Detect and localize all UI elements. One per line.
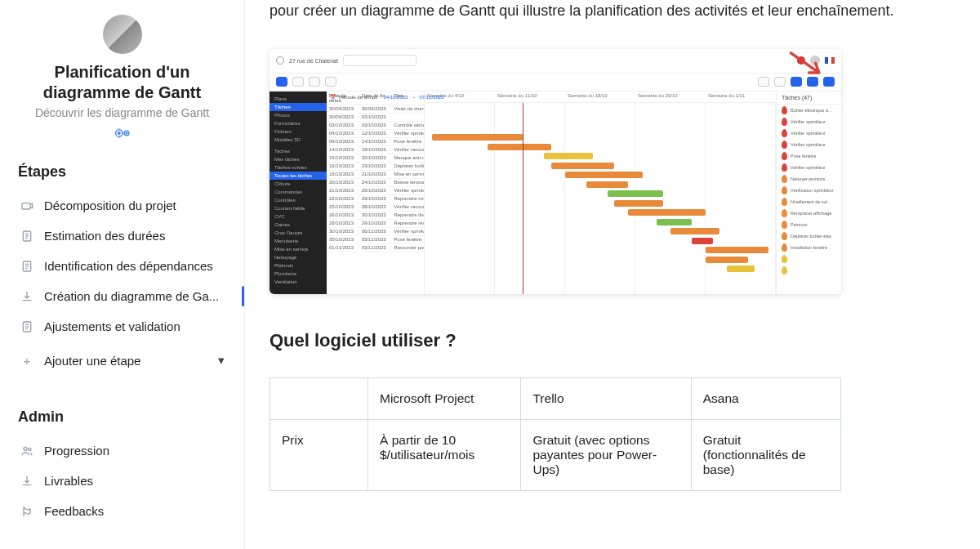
task-pin-row: Remplacer affichage xyxy=(777,208,841,219)
gantt-side-item: Commandes xyxy=(270,188,327,196)
lang-label xyxy=(825,57,835,64)
sidebar-step-3[interactable]: Création du diagramme de Ga... xyxy=(15,281,229,311)
task-pin-row: Pose fenêtre xyxy=(777,150,841,162)
task-pin-row: Boîtier électrique a... xyxy=(777,105,841,116)
admin-heading: Admin xyxy=(18,408,229,426)
view-toggle-3 xyxy=(823,77,835,87)
table-rowhead-price: Prix xyxy=(270,419,368,490)
step-label: Décomposition du projet xyxy=(44,199,225,212)
project-subtitle: Découvrir les diagramme de Gantt xyxy=(15,106,229,119)
search-input xyxy=(343,55,416,66)
task-pin-row xyxy=(777,253,841,265)
cell-trello-price: Gratuit (avec options payantes pour Powe… xyxy=(521,419,691,490)
download-icon xyxy=(20,290,34,303)
sidebar-step-4[interactable]: Ajustements et validation xyxy=(15,311,229,341)
task-pin-row: Déplacer boîtier élec xyxy=(777,230,841,242)
view-toggle-1 xyxy=(791,77,802,87)
plus-icon: + xyxy=(20,354,34,368)
svg-point-1 xyxy=(118,132,120,135)
gantt-side-item: Contrôles xyxy=(270,196,327,204)
task-pin-row: Vérifier sprinkleur xyxy=(777,116,841,127)
intro-paragraph: pour créer un diagramme de Gantt qui ill… xyxy=(270,0,931,23)
actions-button xyxy=(325,77,336,87)
gantt-bar xyxy=(614,200,663,207)
task-pin-row: Nettoyer peinture xyxy=(777,173,841,185)
gantt-bar xyxy=(692,238,713,244)
doc-icon xyxy=(20,320,34,333)
step-label: Création du diagramme de Ga... xyxy=(44,289,225,303)
step-label: Identification des dépendances xyxy=(44,259,225,273)
svg-point-3 xyxy=(126,132,127,134)
gantt-screenshot: 27 rue de Chatenat PlansTâchesPhotosForm… xyxy=(270,49,841,294)
breadcrumb-project: 27 rue de Chatenat xyxy=(289,58,338,64)
gantt-bar xyxy=(727,266,755,272)
gantt-bar xyxy=(551,163,614,169)
sidebar-admin-0[interactable]: Progression xyxy=(15,435,229,466)
task-pin-row xyxy=(777,265,841,276)
table-row-price: Prix À partir de 10 $/utilisateur/mois G… xyxy=(270,419,841,490)
gantt-side-item: Toutes les tâches xyxy=(270,172,327,180)
software-heading: Quel logiciel utiliser ? xyxy=(270,330,931,351)
table-corner-cell xyxy=(270,377,368,419)
gantt-side-item: Mes tâches xyxy=(270,155,327,163)
doc-icon xyxy=(20,260,34,273)
step-label: Ajustements et validation xyxy=(44,319,225,333)
gantt-side-item: Modèles 3D xyxy=(270,136,327,144)
gantt-side-item: Plafonds xyxy=(270,261,327,270)
task-pin-row: Vérifier sprinkleur xyxy=(777,127,841,139)
cell-asana-price: Gratuit (fonctionnalités de base) xyxy=(691,419,840,490)
main-content: pour créer un diagramme de Gantt qui ill… xyxy=(245,0,980,549)
gantt-bar xyxy=(565,172,643,178)
gantt-side-item: Tâches xyxy=(270,103,327,111)
admin-label: Progression xyxy=(44,444,225,458)
steps-heading: Étapes xyxy=(18,163,229,181)
table-col-asana: Asana xyxy=(691,377,840,419)
gantt-side-item: Plans xyxy=(270,95,327,103)
settings-icon[interactable] xyxy=(114,127,131,142)
gantt-bar xyxy=(608,190,664,197)
sort-button xyxy=(758,77,769,87)
add-step-button[interactable]: + Ajouter une étape ▾ xyxy=(15,345,229,376)
sidebar-admin-2[interactable]: Feedbacks xyxy=(15,496,229,526)
gantt-side-item: CVC xyxy=(270,212,327,221)
chevron-down-icon: ▾ xyxy=(218,353,225,368)
sidebar-admin-1[interactable]: Livrables xyxy=(15,466,229,496)
gantt-side-item: Nettoyage xyxy=(270,253,327,261)
sidebar: Planification d'un diagramme de Gantt Dé… xyxy=(0,0,245,549)
gantt-bar xyxy=(544,153,593,159)
doc-icon xyxy=(20,230,34,243)
filter-button xyxy=(774,77,786,87)
gantt-side-item: Menuiserie xyxy=(270,237,327,245)
right-panel-title: Tâches (47) xyxy=(777,92,841,105)
gantt-bar xyxy=(586,181,629,188)
gantt-side-item: Gros Oeuvre xyxy=(270,229,327,237)
table-col-msproject: Microsoft Project xyxy=(368,377,521,419)
gantt-bar xyxy=(488,144,550,150)
gantt-side-item: Formulaires xyxy=(270,119,327,127)
sidebar-step-1[interactable]: Estimation des durées xyxy=(15,221,229,251)
report-button xyxy=(309,77,320,87)
project-title: Planification d'un diagramme de Gantt xyxy=(15,62,229,103)
gantt-bar xyxy=(670,228,719,234)
admin-label: Livrables xyxy=(44,474,225,488)
gantt-bar xyxy=(628,209,706,216)
sidebar-step-2[interactable]: Identification des dépendances xyxy=(15,251,229,281)
cell-msproject-price: À partir de 10 $/utilisateur/mois xyxy=(368,419,521,490)
home-icon xyxy=(276,56,284,65)
admin-label: Feedbacks xyxy=(44,504,225,518)
svg-point-17 xyxy=(24,447,27,450)
new-task-button xyxy=(276,77,287,87)
table-col-trello: Trello xyxy=(521,377,691,419)
sidebar-step-0[interactable]: Décomposition du projet xyxy=(15,190,229,221)
task-pin-row: Vérification sprinkleur xyxy=(777,185,841,196)
gantt-side-item: Photos xyxy=(270,111,327,119)
download-icon xyxy=(20,475,34,488)
gantt-side-item: Clôture xyxy=(270,180,327,188)
camera-icon xyxy=(20,199,34,212)
svg-rect-4 xyxy=(22,203,30,208)
software-table: Microsoft Project Trello Asana Prix À pa… xyxy=(270,377,841,491)
gantt-side-item: Gaines xyxy=(270,221,327,229)
task-pin-row: Vérifier sprinkleur xyxy=(777,139,841,150)
feedback-icon xyxy=(20,505,34,518)
users-icon xyxy=(20,444,34,458)
